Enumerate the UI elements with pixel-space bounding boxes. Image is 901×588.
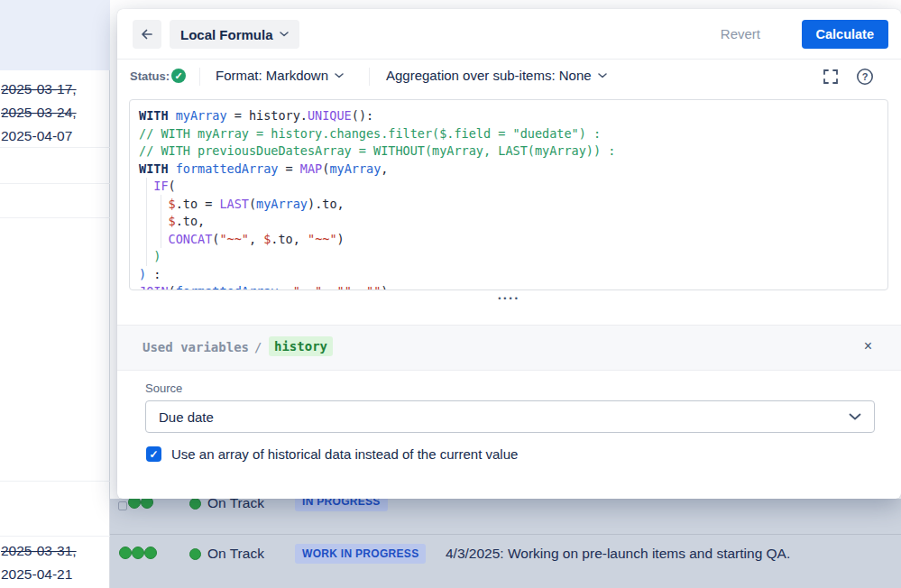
formula-editor-modal: Local Formula Revert Calculate Status: ✓… bbox=[117, 9, 901, 499]
source-select[interactable]: Due date bbox=[145, 400, 875, 433]
toolbar-divider bbox=[199, 68, 200, 86]
code-line: IF( bbox=[139, 178, 615, 196]
chevron-down-icon bbox=[335, 73, 344, 78]
source-select-value: Due date bbox=[159, 409, 214, 425]
checkbox-checked-icon[interactable]: ✓ bbox=[146, 446, 161, 462]
green-dot-icon bbox=[132, 547, 144, 559]
breadcrumb-separator: / bbox=[254, 340, 262, 354]
variable-chip[interactable]: history bbox=[269, 336, 333, 356]
aggregation-label: Aggregation over sub-items: None bbox=[386, 68, 592, 83]
back-button[interactable] bbox=[133, 20, 161, 49]
code-line: WITH myArray = history.UNIQUE(): bbox=[139, 107, 615, 125]
help-button[interactable]: ? bbox=[854, 66, 876, 87]
date-value: 2025-03-24, bbox=[1, 101, 77, 124]
chevron-down-icon bbox=[849, 413, 861, 421]
used-variables-header: Used variables / history × bbox=[117, 325, 901, 371]
formula-code: WITH myArray = history.UNIQUE():// WITH … bbox=[139, 107, 615, 290]
revert-button[interactable]: Revert bbox=[721, 26, 760, 41]
formula-type-label: Local Formula bbox=[180, 27, 273, 42]
fullscreen-button[interactable] bbox=[820, 66, 841, 87]
chevron-down-icon bbox=[280, 32, 289, 37]
date-value: 2025-03-31, bbox=[1, 539, 77, 563]
row-checkbox[interactable] bbox=[118, 501, 127, 510]
date-value: 2025-04-07 bbox=[1, 124, 77, 148]
table-cell-highlighted[interactable] bbox=[0, 0, 110, 70]
status-label: On Track bbox=[207, 546, 264, 562]
due-dates-cell[interactable]: 2025-03-31, 2025-04-21 bbox=[1, 539, 77, 586]
row-border bbox=[0, 217, 110, 218]
code-line: // WITH previousDueDatesArray = WITHOUT(… bbox=[139, 142, 615, 161]
table-left-column: 2025-03-17, 2025-03-24, 2025-04-07 2025-… bbox=[0, 0, 110, 588]
svg-text:?: ? bbox=[862, 71, 869, 82]
green-dot-icon bbox=[119, 547, 132, 559]
status-label: Status: bbox=[130, 69, 170, 83]
row-border bbox=[0, 183, 110, 184]
fullscreen-icon bbox=[823, 69, 839, 85]
due-dates-cell[interactable]: 2025-03-17, 2025-03-24, 2025-04-07 bbox=[1, 78, 77, 148]
code-line: ) : bbox=[139, 266, 615, 284]
status-dot-icon bbox=[189, 548, 201, 560]
code-line: $.to = LAST(myArray).to, bbox=[139, 196, 615, 214]
code-line: JOIN(formattedArray, ", ", "", "") bbox=[139, 283, 615, 290]
calculate-button[interactable]: Calculate bbox=[802, 20, 888, 49]
health-dots bbox=[119, 547, 157, 559]
chevron-down-icon bbox=[598, 73, 607, 78]
code-line: // WITH myArray = history.changes.filter… bbox=[139, 125, 615, 143]
code-line: ) bbox=[139, 248, 615, 266]
date-value: 2025-04-21 bbox=[1, 563, 77, 586]
status-ok-icon: ✓ bbox=[171, 69, 186, 83]
code-line: WITH formattedArray = MAP(myArray, bbox=[139, 161, 615, 179]
formula-type-dropdown[interactable]: Local Formula bbox=[170, 20, 299, 49]
status-cell[interactable]: On Track bbox=[189, 546, 264, 562]
close-icon[interactable]: × bbox=[864, 338, 872, 354]
formula-code-editor[interactable]: WITH myArray = history.UNIQUE():// WITH … bbox=[129, 99, 888, 290]
status-note: 4/3/2025: Working on pre-launch items an… bbox=[446, 546, 790, 562]
code-line: CONCAT("~~", $.to, "~~") bbox=[139, 231, 615, 249]
history-array-option[interactable]: ✓ Use an array of historical data instea… bbox=[146, 446, 518, 462]
date-value: 2025-03-17, bbox=[1, 78, 77, 101]
source-field-label: Source bbox=[145, 381, 182, 395]
row-border bbox=[0, 536, 110, 537]
row-divider bbox=[110, 534, 901, 535]
editor-resize-handle[interactable]: •••• bbox=[117, 294, 901, 303]
checkbox-label: Use an array of historical data instead … bbox=[171, 446, 518, 462]
formula-toolbar: Status: ✓ Format: Markdown Aggregation o… bbox=[117, 60, 901, 95]
arrow-left-icon bbox=[140, 27, 154, 41]
help-icon: ? bbox=[856, 68, 874, 86]
format-label: Format: Markdown bbox=[216, 68, 328, 83]
table-rows-region: On Track IN PROGRESS On Track WORK IN PR… bbox=[110, 499, 901, 588]
aggregation-dropdown[interactable]: Aggregation over sub-items: None bbox=[386, 68, 607, 83]
status-dot-icon bbox=[189, 498, 201, 510]
code-line: $.to, bbox=[139, 213, 615, 231]
format-dropdown[interactable]: Format: Markdown bbox=[216, 68, 344, 83]
workflow-badge[interactable]: WORK IN PROGRESS bbox=[295, 544, 426, 564]
modal-header: Local Formula Revert Calculate bbox=[117, 9, 901, 60]
used-variables-title: Used variables bbox=[143, 340, 249, 354]
screen: 2025-03-17, 2025-03-24, 2025-04-07 2025-… bbox=[0, 0, 901, 588]
green-dot-icon bbox=[144, 547, 157, 559]
toolbar-divider bbox=[369, 68, 370, 86]
row-border bbox=[0, 481, 110, 482]
